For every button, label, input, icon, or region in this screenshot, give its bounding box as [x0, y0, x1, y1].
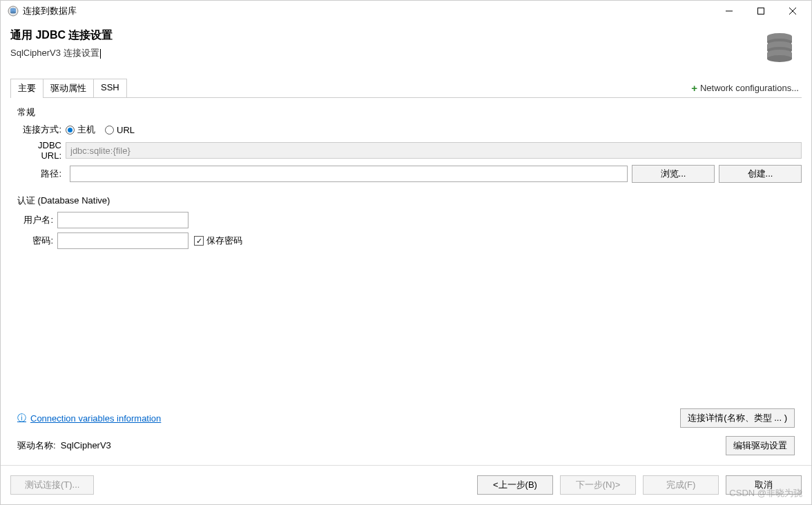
titlebar: 连接到数据库: [1, 1, 811, 21]
app-icon: [8, 6, 19, 17]
info-icon: ⓘ: [17, 412, 26, 424]
driver-name-label: 驱动名称: SqlCipherV3: [17, 439, 111, 452]
svg-point-16: [767, 55, 792, 62]
page-header: 通用 JDBC 连接设置 SqlCipherV3 连接设置: [1, 21, 811, 70]
maximize-button[interactable]: [745, 1, 777, 21]
radio-host[interactable]: 主机: [66, 123, 95, 136]
create-button[interactable]: 创建...: [719, 165, 802, 183]
jdbc-url-label: JDBC URL:: [17, 140, 66, 161]
svg-rect-5: [758, 8, 764, 14]
password-input[interactable]: [57, 232, 188, 249]
footer: 测试连接(T)... <上一步(B) 下一步(N)> 完成(F) 取消: [1, 465, 811, 504]
section-auth-title: 认证 (Database Native): [17, 195, 802, 207]
username-label: 用户名:: [17, 214, 57, 226]
close-button[interactable]: [777, 1, 809, 21]
path-input[interactable]: [70, 166, 628, 182]
cancel-button[interactable]: 取消: [726, 475, 802, 495]
next-button[interactable]: 下一步(N)>: [560, 475, 636, 495]
password-label: 密码:: [17, 235, 57, 247]
tab-ssh[interactable]: SSH: [93, 79, 127, 97]
connection-details-button[interactable]: 连接详情(名称、类型 ... ): [680, 408, 795, 428]
save-password-checkbox[interactable]: ✓ 保存密码: [194, 235, 242, 247]
network-configurations-link[interactable]: + Network configurations...: [691, 82, 802, 94]
jdbc-url-input[interactable]: [66, 142, 802, 159]
connection-type-label: 连接方式:: [17, 123, 66, 136]
tab-bar: 主要 驱动属性 SSH + Network configurations...: [10, 79, 802, 98]
section-general-title: 常规: [17, 106, 802, 119]
plus-icon: +: [691, 82, 697, 94]
finish-button[interactable]: 完成(F): [643, 475, 719, 495]
form-area: 常规 连接方式: 主机 URL JDBC URL: 路径: 浏览... 创建..…: [1, 98, 811, 465]
connection-variables-info-link[interactable]: ⓘ Connection variables information: [17, 412, 161, 424]
path-label: 路径:: [17, 168, 66, 180]
browse-button[interactable]: 浏览...: [632, 165, 715, 183]
minimize-button[interactable]: [713, 1, 745, 21]
edit-driver-settings-button[interactable]: 编辑驱动设置: [726, 436, 795, 455]
svg-point-3: [10, 12, 16, 14]
username-input[interactable]: [57, 212, 188, 228]
tab-driver-properties[interactable]: 驱动属性: [43, 79, 94, 97]
page-title: 通用 JDBC 连接设置: [10, 28, 113, 43]
titlebar-text: 连接到数据库: [23, 5, 713, 17]
page-subtitle: SqlCipherV3 连接设置: [10, 47, 113, 59]
back-button[interactable]: <上一步(B): [477, 475, 553, 495]
radio-url[interactable]: URL: [105, 125, 135, 135]
tab-main[interactable]: 主要: [10, 79, 44, 97]
test-connection-button[interactable]: 测试连接(T)...: [10, 475, 94, 495]
database-icon: [763, 31, 796, 64]
